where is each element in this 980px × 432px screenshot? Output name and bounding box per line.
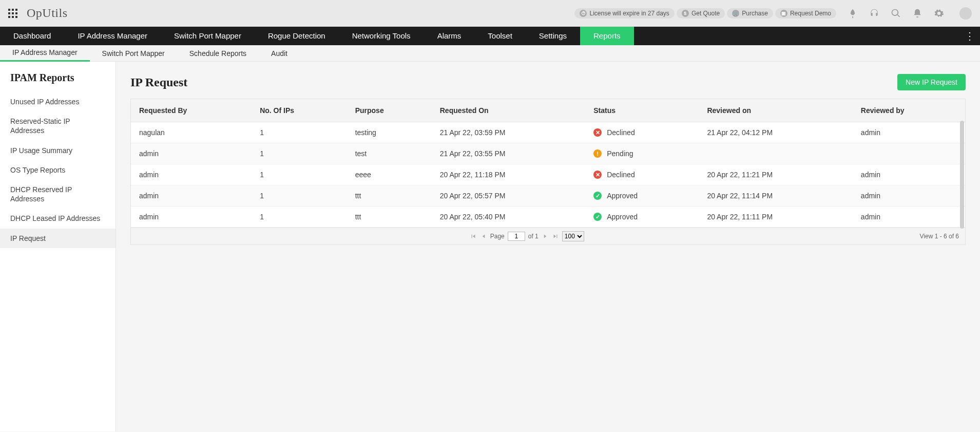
sidebar-item-ip-usage-summary[interactable]: IP Usage Summary — [0, 141, 116, 160]
status-text: Pending — [607, 149, 633, 158]
cell-status: ✓ Approved — [585, 206, 699, 228]
apps-grid-icon[interactable] — [8, 9, 17, 18]
headset-icon[interactable] — [869, 8, 879, 18]
cell-requested-on: 20 Apr 22, 05:40 PM — [432, 206, 585, 228]
page-next-icon[interactable] — [542, 233, 549, 240]
chip-icon: ⏱ — [580, 10, 587, 17]
sidebar-item-ip-request[interactable]: IP Request — [0, 229, 116, 248]
cell-reviewed-by: admin — [853, 185, 965, 206]
page-of-label: of 1 — [528, 233, 539, 240]
chip-icon: ▣ — [780, 10, 787, 17]
page-first-icon[interactable] — [470, 233, 477, 240]
new-ip-request-button[interactable]: New IP Request — [897, 74, 966, 90]
cell-requested-by: admin — [131, 185, 252, 206]
status-icon-approved: ✓ — [593, 192, 602, 200]
subnav-tab-schedule-reports[interactable]: Schedule Reports — [177, 45, 259, 62]
cell-status: ✕ Declined — [585, 164, 699, 185]
page-prev-icon[interactable] — [480, 233, 487, 240]
cell-reviewed-by: admin — [853, 122, 965, 143]
nav-tab-networking-tools[interactable]: Networking Tools — [339, 27, 424, 45]
table-row[interactable]: admin 1 eeee 20 Apr 22, 11:18 PM ✕ Decli… — [131, 164, 965, 185]
chip-label: Purchase — [742, 10, 768, 17]
table-row[interactable]: nagulan 1 testing 21 Apr 22, 03:59 PM ✕ … — [131, 122, 965, 143]
subnav-tab-switch-port-mapper[interactable]: Switch Port Mapper — [90, 45, 177, 62]
status-text: Approved — [607, 213, 638, 221]
col-no-of-ips[interactable]: No. Of IPs — [252, 99, 347, 122]
nav-tab-toolset[interactable]: Toolset — [474, 27, 526, 45]
header-chip-3[interactable]: ▣Request Demo — [775, 8, 836, 18]
subnav-tab-ip-address-manager[interactable]: IP Address Manager — [0, 45, 90, 62]
col-purpose[interactable]: Purpose — [347, 99, 432, 122]
table-row[interactable]: admin 1 ttt 20 Apr 22, 05:57 PM ✓ Approv… — [131, 185, 965, 206]
status-text: Approved — [607, 192, 638, 200]
cell-requested-by: admin — [131, 164, 252, 185]
nav-tab-reports[interactable]: Reports — [580, 27, 634, 45]
nav-tab-rogue-detection[interactable]: Rogue Detection — [255, 27, 339, 45]
cell-purpose: ttt — [347, 206, 432, 228]
cell-requested-by: nagulan — [131, 122, 252, 143]
subnav-tab-audit[interactable]: Audit — [259, 45, 300, 62]
sidebar-item-os-type-reports[interactable]: OS Type Reports — [0, 160, 116, 180]
cell-no-of-ips: 1 — [252, 185, 347, 206]
nav-tab-alarms[interactable]: Alarms — [424, 27, 475, 45]
status-icon-declined: ✕ — [593, 128, 602, 137]
cell-status: ✕ Declined — [585, 122, 699, 143]
col-requested-by[interactable]: Requested By — [131, 99, 252, 122]
cell-requested-on: 20 Apr 22, 11:18 PM — [432, 164, 585, 185]
sidebar-title: IPAM Reports — [0, 72, 116, 92]
chip-label: Request Demo — [790, 10, 831, 17]
cell-reviewed-on — [699, 143, 852, 164]
nav-tab-switch-port-mapper[interactable]: Switch Port Mapper — [161, 27, 255, 45]
pager-summary: View 1 - 6 of 6 — [920, 233, 959, 240]
cell-no-of-ips: 1 — [252, 122, 347, 143]
rocket-icon[interactable] — [848, 8, 858, 18]
nav-tab-settings[interactable]: Settings — [526, 27, 580, 45]
cell-reviewed-on: 20 Apr 22, 11:11 PM — [699, 206, 852, 228]
cell-requested-by: admin — [131, 143, 252, 164]
page-size-select[interactable]: 100 — [562, 231, 584, 241]
cell-status: ! Pending — [585, 143, 699, 164]
sidebar-item-unused-ip-addresses[interactable]: Unused IP Addresses — [0, 92, 116, 111]
table-scrollbar[interactable] — [960, 121, 964, 229]
cell-requested-on: 21 Apr 22, 03:59 PM — [432, 122, 585, 143]
col-status[interactable]: Status — [585, 99, 699, 122]
header-chip-0[interactable]: ⏱License will expire in 27 days — [574, 8, 674, 18]
cell-reviewed-by: admin — [853, 206, 965, 228]
page-title: IP Request — [130, 76, 187, 89]
cell-no-of-ips: 1 — [252, 206, 347, 228]
table-row[interactable]: admin 1 test 21 Apr 22, 03:55 PM ! Pendi… — [131, 143, 965, 164]
gear-icon[interactable] — [934, 8, 944, 18]
user-avatar[interactable] — [959, 7, 972, 20]
chip-label: Get Quote — [691, 10, 720, 17]
sidebar-item-reserved-static-ip-addresses[interactable]: Reserved-Static IP Addresses — [0, 111, 116, 140]
nav-tab-dashboard[interactable]: Dashboard — [0, 27, 64, 45]
cell-no-of-ips: 1 — [252, 164, 347, 185]
bell-icon[interactable] — [912, 8, 923, 18]
cell-purpose: testing — [347, 122, 432, 143]
cell-reviewed-on: 20 Apr 22, 11:14 PM — [699, 185, 852, 206]
cell-no-of-ips: 1 — [252, 143, 347, 164]
sidebar-item-dhcp-reserved-ip-addresses[interactable]: DHCP Reserved IP Addresses — [0, 180, 116, 209]
status-icon-pending: ! — [593, 149, 602, 158]
nav-tab-ip-address-manager[interactable]: IP Address Manager — [64, 27, 161, 45]
cell-requested-on: 20 Apr 22, 05:57 PM — [432, 185, 585, 206]
status-icon-approved: ✓ — [593, 213, 602, 221]
page-label: Page — [490, 233, 505, 240]
cell-purpose: test — [347, 143, 432, 164]
cell-purpose: ttt — [347, 185, 432, 206]
page-last-icon[interactable] — [552, 233, 559, 240]
header-chip-1[interactable]: $Get Quote — [677, 8, 725, 18]
status-icon-declined: ✕ — [593, 171, 602, 179]
col-requested-on[interactable]: Requested On — [432, 99, 585, 122]
page-input[interactable] — [508, 232, 525, 241]
header-chip-2[interactable]: 🛒Purchase — [727, 8, 773, 18]
table-row[interactable]: admin 1 ttt 20 Apr 22, 05:40 PM ✓ Approv… — [131, 206, 965, 228]
col-reviewed-on[interactable]: Reviewed on — [699, 99, 852, 122]
chip-icon: $ — [682, 10, 689, 17]
search-icon[interactable] — [891, 8, 901, 18]
more-menu-icon[interactable]: ⋮ — [959, 27, 980, 45]
cell-status: ✓ Approved — [585, 185, 699, 206]
sidebar-item-dhcp-leased-ip-addresses[interactable]: DHCP Leased IP Addresses — [0, 209, 116, 228]
cell-reviewed-by: admin — [853, 164, 965, 185]
col-reviewed-by[interactable]: Reviewed by — [853, 99, 965, 122]
